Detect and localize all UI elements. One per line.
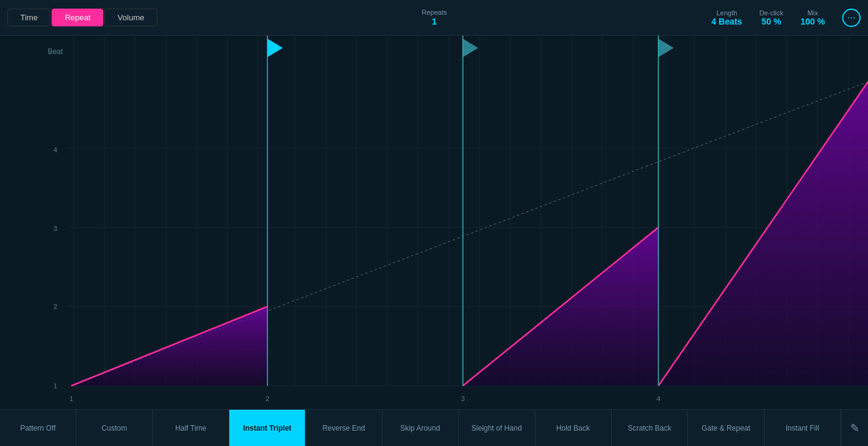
svg-text:4: 4 bbox=[53, 146, 57, 154]
length-value[interactable]: 4 Beats bbox=[711, 17, 742, 26]
tab-repeat[interactable]: Repeat bbox=[52, 9, 103, 26]
length-param: Length 4 Beats bbox=[711, 9, 742, 26]
mix-label: Mix bbox=[808, 9, 818, 17]
pattern-btn-halftime[interactable]: Half Time bbox=[153, 410, 229, 446]
svg-text:1: 1 bbox=[69, 395, 73, 402]
svg-text:3: 3 bbox=[461, 395, 465, 402]
mix-param: Mix 100 % bbox=[800, 9, 825, 26]
svg-text:3: 3 bbox=[53, 225, 57, 232]
edit-button[interactable]: ✎ bbox=[841, 410, 868, 446]
tab-group: Time Repeat Volume bbox=[7, 9, 157, 26]
length-label: Length bbox=[716, 9, 737, 17]
repeats-display: Repeats 1 bbox=[157, 9, 712, 26]
repeats-value[interactable]: 1 bbox=[432, 16, 436, 26]
svg-text:4: 4 bbox=[657, 395, 660, 402]
pattern-btn-sleight[interactable]: Sleight of Hand bbox=[459, 410, 535, 446]
tab-time[interactable]: Time bbox=[7, 9, 50, 26]
tab-volume[interactable]: Volume bbox=[105, 9, 157, 26]
y-axis-label: Beat bbox=[48, 47, 63, 56]
mix-value[interactable]: 100 % bbox=[800, 17, 825, 26]
pattern-btn-gate-repeat[interactable]: Gate & Repeat bbox=[688, 410, 764, 446]
param-group-container: Length 4 Beats De-click 50 % Mix 100 % ·… bbox=[711, 9, 861, 27]
pattern-btn-scratch-back[interactable]: Scratch Back bbox=[612, 410, 688, 446]
declick-value[interactable]: 50 % bbox=[762, 17, 781, 26]
pattern-btn-reverse-end[interactable]: Reverse End bbox=[306, 410, 382, 446]
declick-param: De-click 50 % bbox=[759, 9, 783, 26]
pattern-btn-instant-triplet[interactable]: Instant Triplet bbox=[229, 410, 306, 446]
svg-text:1: 1 bbox=[53, 382, 57, 389]
top-bar: Time Repeat Volume Repeats 1 Length 4 Be… bbox=[0, 0, 868, 36]
pattern-btn-skip-around[interactable]: Skip Around bbox=[382, 410, 459, 446]
svg-text:2: 2 bbox=[266, 395, 269, 402]
more-button[interactable]: ··· bbox=[842, 9, 861, 27]
repeats-label: Repeats bbox=[422, 9, 447, 16]
pattern-btn-hold-back[interactable]: Hold Back bbox=[535, 410, 612, 446]
declick-label: De-click bbox=[759, 9, 783, 17]
pattern-btn-custom[interactable]: Custom bbox=[76, 410, 152, 446]
chart-area: Beat 1 2 3 4 1 2 3 4 bbox=[0, 36, 868, 409]
svg-text:2: 2 bbox=[53, 303, 57, 310]
chart-svg: Beat 1 2 3 4 1 2 3 4 bbox=[0, 36, 868, 409]
pattern-btn-off[interactable]: Pattern Off bbox=[0, 410, 76, 446]
pattern-btn-instant-fill[interactable]: Instant Fill bbox=[765, 410, 841, 446]
bottom-bar: Pattern Off Custom Half Time Instant Tri… bbox=[0, 409, 868, 446]
